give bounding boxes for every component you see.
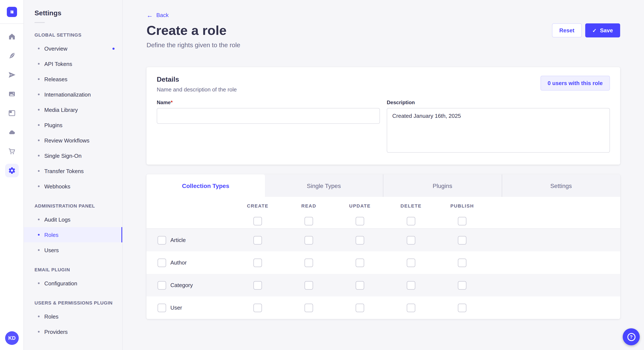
article-delete-checkbox[interactable] [407,236,415,244]
sidebar-item-label: Providers [44,329,68,335]
settings-gear-icon[interactable] [5,164,18,177]
author-publish-checkbox[interactable] [458,258,466,267]
sidebar-item-plugins[interactable]: Plugins [24,117,122,133]
media-icon[interactable] [5,87,18,101]
sidebar-item-review-workflows[interactable]: Review Workflows [24,133,122,148]
sidebar-item-roles-admin[interactable]: Roles [24,227,122,242]
bullet-icon [38,185,40,187]
table-row-user: User [146,296,620,319]
bullet-icon [38,140,40,141]
category-update-checkbox[interactable] [356,281,364,289]
back-label: Back [156,12,169,18]
sidebar-item-providers[interactable]: Providers [24,324,122,339]
user-read-checkbox[interactable] [304,303,313,312]
row-select-checkbox[interactable] [158,236,166,244]
users-with-role-badge[interactable]: 0 users with this role [540,76,610,91]
sidebar-item-single-sign-on[interactable]: Single Sign-On [24,148,122,163]
author-read-checkbox[interactable] [304,258,313,267]
article-read-checkbox[interactable] [304,236,313,244]
select-all-delete-checkbox[interactable] [407,217,415,225]
section-heading: ADMINISTRATION PANEL [24,203,122,208]
select-all-create-checkbox[interactable] [254,217,262,225]
article-update-checkbox[interactable] [356,236,364,244]
sidebar-item-audit-logs[interactable]: Audit Logs [24,212,122,227]
user-delete-checkbox[interactable] [407,303,415,312]
main-content: ← Back Create a role Reset ✓ Save Define… [123,0,644,350]
user-publish-checkbox[interactable] [458,303,466,312]
app-root: KD Settings GLOBAL SETTINGS Overview API… [0,0,644,350]
bullet-icon [38,63,40,65]
permissions-card: Collection Types Single Types Plugins Se… [146,174,620,319]
select-all-publish-checkbox[interactable] [458,217,466,225]
sidebar-item-label: Transfer Tokens [44,168,84,174]
article-create-checkbox[interactable] [254,236,262,244]
category-publish-checkbox[interactable] [458,281,466,289]
sidebar-item-label: Users [44,247,59,253]
sidebar-item-roles-up[interactable]: Roles [24,309,122,324]
tab-single-types[interactable]: Single Types [265,174,383,197]
user-create-checkbox[interactable] [254,303,262,312]
row-select-checkbox[interactable] [158,281,166,289]
sidebar-item-configuration[interactable]: Configuration [24,276,122,291]
row-label: Article [170,237,232,243]
sidebar-item-transfer-tokens[interactable]: Transfer Tokens [24,163,122,178]
row-label: User [170,305,232,311]
sidebar-item-releases[interactable]: Releases [24,71,122,87]
sidebar-item-overview[interactable]: Overview [24,41,122,56]
sidebar-divider [34,22,45,23]
send-icon[interactable] [5,68,18,82]
article-publish-checkbox[interactable] [458,236,466,244]
sidebar-item-api-tokens[interactable]: API Tokens [24,56,122,71]
user-avatar[interactable]: KD [5,331,19,345]
category-delete-checkbox[interactable] [407,281,415,289]
description-label: Description [387,100,610,105]
author-create-checkbox[interactable] [254,258,262,267]
section-email-plugin: EMAIL PLUGIN Configuration [24,267,122,291]
tab-collection-types[interactable]: Collection Types [146,174,265,197]
reset-button[interactable]: Reset [552,23,582,37]
sidebar-item-label: Review Workflows [44,137,90,144]
home-icon[interactable] [5,30,18,43]
description-textarea[interactable]: Created January 16th, 2025 [387,108,610,153]
sidebar-item-webhooks[interactable]: Webhooks [24,178,122,194]
question-mark-icon: ? [627,333,635,341]
cloud-icon[interactable] [5,126,18,139]
details-card: Details Name and description of the role… [146,67,620,165]
tab-settings[interactable]: Settings [502,174,620,197]
table-row-category: Category [146,274,620,296]
save-label: Save [600,27,613,34]
row-select-checkbox[interactable] [158,303,166,312]
feather-icon[interactable] [5,49,18,62]
back-link[interactable]: ← Back [146,12,169,18]
cart-icon[interactable] [5,145,18,158]
bullet-icon [38,155,40,157]
tab-plugins[interactable]: Plugins [383,174,502,197]
bullet-icon [38,282,40,284]
help-button[interactable]: ? [623,328,640,345]
name-input[interactable] [157,108,380,124]
bullet-icon [38,170,40,172]
select-all-read-checkbox[interactable] [304,217,313,225]
bullet-icon [38,48,40,49]
details-subtitle: Name and description of the role [157,86,237,93]
author-update-checkbox[interactable] [356,258,364,267]
workspace-logo-button[interactable] [0,0,24,24]
save-button[interactable]: ✓ Save [585,23,620,37]
settings-sidebar: Settings GLOBAL SETTINGS Overview API To… [24,0,123,350]
category-create-checkbox[interactable] [254,281,262,289]
author-delete-checkbox[interactable] [407,258,415,267]
user-update-checkbox[interactable] [356,303,364,312]
row-label: Author [170,259,232,266]
notification-dot-icon [112,47,114,49]
select-all-update-checkbox[interactable] [356,217,364,225]
sidebar-item-media-library[interactable]: Media Library [24,102,122,117]
row-select-checkbox[interactable] [158,258,166,267]
layout-icon[interactable] [5,106,18,120]
section-heading: USERS & PERMISSIONS PLUGIN [24,300,122,305]
permissions-tabs: Collection Types Single Types Plugins Se… [146,174,620,197]
sidebar-item-users[interactable]: Users [24,242,122,258]
sidebar-item-label: API Tokens [44,61,72,67]
sidebar-item-internationalization[interactable]: Internationalization [24,87,122,102]
bullet-icon [38,94,40,95]
category-read-checkbox[interactable] [304,281,313,289]
